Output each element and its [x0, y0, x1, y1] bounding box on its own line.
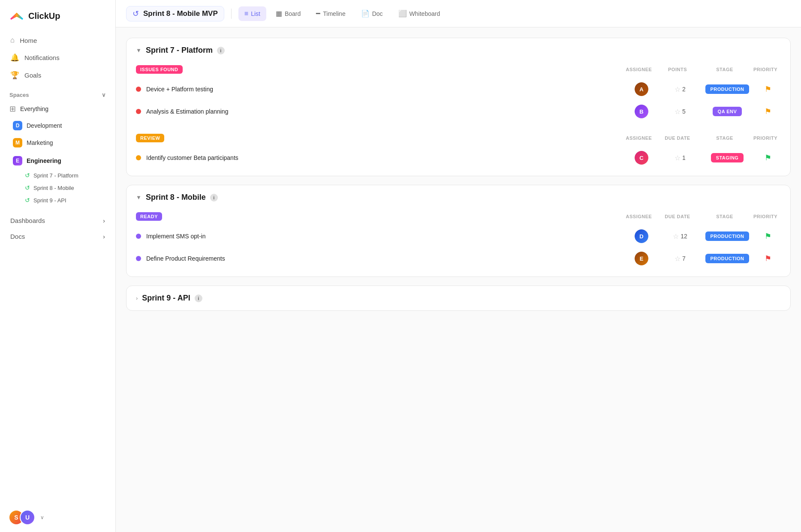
- sidebar-item-development[interactable]: D Development: [3, 117, 112, 134]
- task-row[interactable]: Device + Platform testing A ☆ 2 PRODUCTI…: [133, 78, 783, 100]
- task-row[interactable]: Identify customer Beta participants C ☆ …: [133, 147, 783, 169]
- home-icon: ⌂: [10, 36, 15, 45]
- logo[interactable]: ClickUp: [0, 0, 115, 30]
- col-stage-label-3: STAGE: [697, 214, 753, 219]
- development-avatar: D: [13, 121, 22, 130]
- dashboards-label: Dashboards: [10, 217, 45, 224]
- sprint-8-header[interactable]: ▼ Sprint 8 - Mobile i: [126, 185, 790, 208]
- sidebar-item-marketing[interactable]: M Marketing: [3, 135, 112, 151]
- sidebar-item-dashboards[interactable]: Dashboards ›: [5, 213, 110, 228]
- star-icon: ☆: [675, 255, 681, 263]
- sprint-8-label: Sprint 8 - Mobile: [33, 185, 74, 191]
- everything-label: Everything: [20, 105, 48, 112]
- app-name: ClickUp: [28, 11, 60, 21]
- task-row[interactable]: Implement SMS opt-in D ☆ 12 PRODUCTION: [133, 225, 783, 247]
- due-date-value: 12: [681, 233, 687, 240]
- sprint-8-card: ▼ Sprint 8 - Mobile i READY ASSIGNEE DUE…: [126, 185, 791, 277]
- clickup-logo-icon: [9, 9, 24, 23]
- tab-board[interactable]: ▦ Board: [270, 6, 307, 21]
- sidebar-sprint-8[interactable]: ↺ Sprint 8 - Mobile: [3, 182, 112, 194]
- sidebar-sprint-9[interactable]: ↺ Sprint 9 - API: [3, 194, 112, 206]
- col-assignee-label-1: ASSIGNEE: [620, 67, 658, 72]
- stage-production-badge-2: PRODUCTION: [705, 231, 750, 241]
- priority-cell: ⚑: [755, 254, 781, 263]
- dashboards-chevron-icon: ›: [103, 217, 105, 224]
- stage-cell: PRODUCTION: [699, 254, 755, 263]
- review-group-header: REVIEW ASSIGNEE DUE DATE STAGE PRIORITY: [133, 129, 783, 147]
- trophy-icon: 🏆: [10, 71, 19, 80]
- sprint-8-info-icon[interactable]: i: [210, 194, 218, 201]
- spaces-section-header[interactable]: Spaces ∨: [0, 86, 115, 101]
- ready-badge: READY: [136, 212, 162, 221]
- task-name: Define Product Requirements: [146, 255, 622, 262]
- header: ↺ Sprint 8 - Mobile MVP ≡ List ▦ Board ━…: [116, 0, 801, 27]
- tab-doc[interactable]: 📄 Doc: [355, 6, 389, 21]
- docs-label: Docs: [10, 233, 25, 240]
- sidebar-item-notifications[interactable]: 🔔 Notifications: [5, 49, 110, 66]
- header-title-group[interactable]: ↺ Sprint 8 - Mobile MVP: [126, 6, 224, 21]
- avatar: E: [635, 252, 648, 265]
- issues-badge: ISSUES FOUND: [136, 65, 183, 74]
- page-title: Sprint 8 - Mobile MVP: [143, 9, 218, 18]
- assignee-cell: D: [622, 229, 661, 243]
- col-stage-label-1: STAGE: [697, 67, 753, 72]
- sprint-9-header[interactable]: › Sprint 9 - API i: [126, 286, 790, 310]
- sidebar-item-home[interactable]: ⌂ Home: [5, 32, 110, 49]
- main-nav: ⌂ Home 🔔 Notifications 🏆 Goals: [0, 30, 115, 86]
- footer-chevron-icon[interactable]: ∨: [40, 514, 44, 520]
- sprint-7-label: Sprint 7 - Platform: [33, 172, 78, 179]
- task-row[interactable]: Define Product Requirements E ☆ 7 PRODUC…: [133, 247, 783, 270]
- col-stage-label-2: STAGE: [697, 135, 753, 141]
- sprint-7-header[interactable]: ▼ Sprint 7 - Platform i: [126, 38, 790, 61]
- header-sprint-icon: ↺: [132, 9, 139, 18]
- assignee-cell: C: [622, 151, 661, 165]
- tab-board-label: Board: [285, 10, 301, 17]
- sprint-9-icon: ↺: [25, 197, 30, 204]
- home-label: Home: [20, 37, 37, 44]
- star-icon: ☆: [675, 108, 681, 116]
- stage-cell: QA ENV: [699, 107, 755, 116]
- grid-icon: ⊞: [9, 104, 16, 114]
- notifications-label: Notifications: [24, 54, 60, 61]
- stage-cell: STAGING: [699, 153, 755, 162]
- ready-group-header: READY ASSIGNEE DUE DATE STAGE PRIORITY: [133, 208, 783, 225]
- sprint-7-review-group: REVIEW ASSIGNEE DUE DATE STAGE PRIORITY …: [126, 129, 790, 176]
- points-cell: ☆ 5: [661, 108, 699, 116]
- tab-whiteboard[interactable]: ⬜ Whiteboard: [392, 6, 446, 21]
- user-avatar-u[interactable]: U: [20, 510, 35, 525]
- sidebar-item-everything[interactable]: ⊞ Everything: [0, 101, 115, 117]
- sidebar-item-goals[interactable]: 🏆 Goals: [5, 66, 110, 84]
- task-name: Implement SMS opt-in: [146, 233, 622, 240]
- tab-list[interactable]: ≡ List: [238, 6, 266, 21]
- sidebar-item-engineering[interactable]: E Engineering: [3, 153, 112, 169]
- sprint-9-label: Sprint 9 - API: [33, 197, 66, 204]
- priority-flag-green-2: ⚑: [765, 231, 771, 241]
- points-value: 5: [682, 108, 686, 115]
- col-duedate-label-2: DUE DATE: [658, 214, 697, 219]
- avatar: B: [635, 105, 648, 118]
- task-dot-purple: [136, 234, 141, 239]
- content-area: ▼ Sprint 7 - Platform i ISSUES FOUND ASS…: [116, 27, 801, 532]
- tab-timeline[interactable]: ━ Timeline: [310, 6, 351, 21]
- sprint-8-ready-group: READY ASSIGNEE DUE DATE STAGE PRIORITY I…: [126, 208, 790, 277]
- task-name: Identify customer Beta participants: [146, 154, 622, 161]
- task-row[interactable]: Analysis & Estimation planning B ☆ 5 QA …: [133, 100, 783, 123]
- sidebar-item-docs[interactable]: Docs ›: [5, 228, 110, 244]
- date-cell: ☆ 12: [661, 232, 699, 240]
- review-badge: REVIEW: [136, 134, 164, 142]
- issues-group-header: ISSUES FOUND ASSIGNEE POINTS STAGE PRIOR…: [133, 61, 783, 78]
- sidebar-sprint-7[interactable]: ↺ Sprint 7 - Platform: [3, 169, 112, 181]
- sidebar: ClickUp ⌂ Home 🔔 Notifications 🏆 Goals S…: [0, 0, 116, 532]
- sprint-9-info-icon[interactable]: i: [195, 295, 202, 302]
- sprint-8-collapse-icon: ▼: [136, 194, 142, 201]
- list-icon: ≡: [244, 10, 248, 18]
- tab-doc-label: Doc: [372, 10, 383, 17]
- stage-qa-badge: QA ENV: [713, 107, 742, 116]
- sprint-7-card: ▼ Sprint 7 - Platform i ISSUES FOUND ASS…: [126, 38, 791, 176]
- points-value: 2: [682, 86, 686, 93]
- star-icon: ☆: [673, 232, 679, 240]
- task-name: Analysis & Estimation planning: [146, 108, 622, 115]
- star-icon: ☆: [675, 85, 681, 93]
- sprint-7-info-icon[interactable]: i: [217, 47, 225, 54]
- sprint-9-card: › Sprint 9 - API i: [126, 286, 791, 311]
